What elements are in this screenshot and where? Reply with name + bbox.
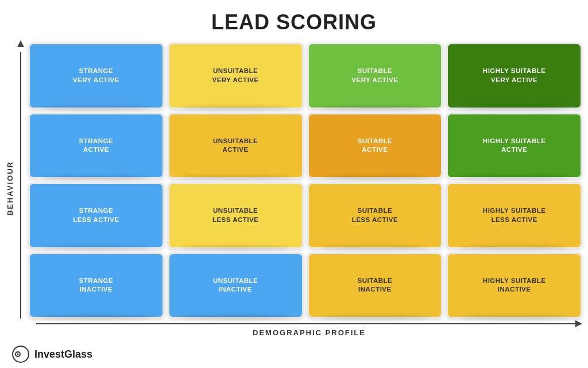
suitable-less-active: SUITABLELESS ACTIVE: [309, 184, 442, 247]
strange-active: STRANGEACTIVE: [30, 114, 163, 178]
x-axis-container: DEMOGRAPHIC PROFILE: [16, 320, 588, 337]
cell-wrapper-strange-very-active: STRANGEVERY ACTIVE: [28, 43, 164, 109]
footer: InvestGlass: [0, 343, 588, 368]
cell-wrapper-highly-suitable-less-active: HIGHLY SUITABLELESS ACTIVE: [446, 182, 582, 249]
cell-wrapper-highly-suitable-very-active: HIGHLY SUITABLEVERY ACTIVE: [446, 43, 582, 109]
grid-row-1: STRANGEACTIVEUNSUITABLEACTIVESUITABLEACT…: [28, 113, 582, 179]
cell-wrapper-highly-suitable-inactive: HIGHLY SUITABLEINACTIVE: [446, 252, 582, 319]
unsuitable-active: UNSUITABLEACTIVE: [169, 114, 302, 178]
investglass-logo-icon: [11, 345, 30, 363]
strange-inactive: STRANGEINACTIVE: [30, 254, 163, 317]
x-axis-line-container: DEMOGRAPHIC PROFILE: [36, 320, 582, 337]
svg-point-2: [17, 354, 19, 355]
cell-wrapper-unsuitable-very-active: UNSUITABLEVERY ACTIVE: [168, 43, 304, 109]
cell-wrapper-unsuitable-active: UNSUITABLEACTIVE: [168, 113, 304, 179]
cell-wrapper-unsuitable-less-active: UNSUITABLELESS ACTIVE: [168, 182, 304, 249]
cell-wrapper-strange-active: STRANGEACTIVE: [28, 113, 164, 179]
unsuitable-less-active: UNSUITABLELESS ACTIVE: [169, 184, 302, 247]
cell-wrapper-strange-less-active: STRANGELESS ACTIVE: [28, 182, 164, 249]
y-axis-line: [20, 52, 21, 319]
y-axis-arrow: [16, 40, 26, 319]
cell-wrapper-unsuitable-inactive: UNSUITABLEINACTIVE: [168, 252, 304, 319]
x-axis-line: [36, 323, 575, 324]
cell-wrapper-suitable-very-active: SUITABLEVERY ACTIVE: [307, 43, 443, 109]
chart-area: BEHAVIOUR STRANGEVERY ACTIVEUNSUITABLEVE…: [0, 40, 588, 343]
grid-row-3: STRANGEINACTIVEUNSUITABLEINACTIVESUITABL…: [28, 252, 582, 319]
suitable-active: SUITABLEACTIVE: [309, 114, 442, 178]
axis-grid-container: STRANGEVERY ACTIVEUNSUITABLEVERY ACTIVES…: [16, 40, 588, 337]
strange-less-active: STRANGELESS ACTIVE: [30, 184, 163, 247]
main-container: LEAD SCORING BEHAVIOUR STRANGEVERY ACTIV…: [0, 0, 588, 368]
arrow-right-icon: [575, 320, 582, 327]
grid-row-0: STRANGEVERY ACTIVEUNSUITABLEVERY ACTIVES…: [28, 43, 582, 109]
x-axis-line-row: [36, 320, 582, 327]
y-axis-label: BEHAVIOUR: [6, 161, 14, 216]
x-axis-label: DEMOGRAPHIC PROFILE: [36, 328, 582, 337]
grid-container: STRANGEVERY ACTIVEUNSUITABLEVERY ACTIVES…: [26, 40, 588, 319]
highly-suitable-active: HIGHLY SUITABLEACTIVE: [448, 114, 581, 178]
arrow-up-icon: [17, 40, 24, 47]
page-title: LEAD SCORING: [211, 10, 377, 34]
highly-suitable-very-active: HIGHLY SUITABLEVERY ACTIVE: [448, 44, 581, 108]
unsuitable-inactive: UNSUITABLEINACTIVE: [169, 254, 302, 317]
logo-text: InvestGlass: [34, 348, 92, 361]
strange-very-active: STRANGEVERY ACTIVE: [30, 44, 163, 108]
highly-suitable-less-active: HIGHLY SUITABLELESS ACTIVE: [448, 184, 581, 247]
cell-wrapper-suitable-inactive: SUITABLEINACTIVE: [307, 252, 443, 319]
cell-wrapper-suitable-less-active: SUITABLELESS ACTIVE: [307, 182, 443, 249]
unsuitable-very-active: UNSUITABLEVERY ACTIVE: [169, 44, 302, 108]
suitable-very-active: SUITABLEVERY ACTIVE: [309, 44, 442, 108]
logo-area: InvestGlass: [11, 345, 92, 363]
cell-wrapper-highly-suitable-active: HIGHLY SUITABLEACTIVE: [446, 113, 582, 179]
grid-with-axes: STRANGEVERY ACTIVEUNSUITABLEVERY ACTIVES…: [16, 40, 588, 319]
cell-wrapper-strange-inactive: STRANGEINACTIVE: [28, 252, 164, 319]
cell-wrapper-suitable-active: SUITABLEACTIVE: [307, 113, 443, 179]
grid-row-2: STRANGELESS ACTIVEUNSUITABLELESS ACTIVES…: [28, 182, 582, 249]
highly-suitable-inactive: HIGHLY SUITABLEINACTIVE: [448, 254, 581, 317]
suitable-inactive: SUITABLEINACTIVE: [309, 254, 442, 317]
